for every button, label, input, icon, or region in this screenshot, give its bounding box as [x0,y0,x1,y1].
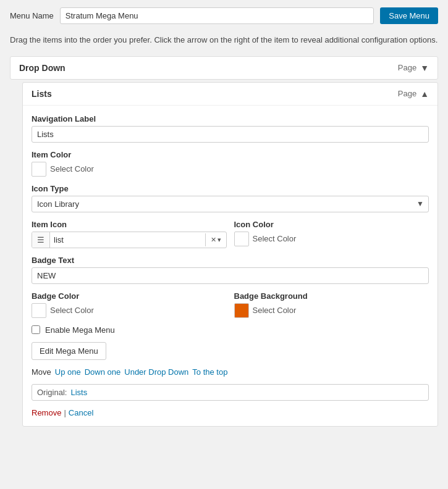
remove-link[interactable]: Remove [32,408,61,417]
icon-color-button[interactable]: Select Color [234,232,429,246]
move-up-one-link[interactable]: Up one [55,367,81,377]
original-link[interactable]: Lists [70,388,87,397]
icon-color-select-label: Select Color [253,234,297,243]
move-under-dropdown-link[interactable]: Under Drop Down [124,367,188,377]
lists-item-header[interactable]: Lists Page ▲ [23,83,437,106]
item-icon-clear-button[interactable]: ✕ ▾ [205,233,226,246]
menu-name-label: Menu Name [10,11,54,20]
badge-color-row: Badge Color Select Color Badge Backgroun… [32,291,429,318]
action-separator: | [64,408,66,417]
dropdown-item-bar[interactable]: Drop Down Page ▼ [10,56,438,80]
item-icon-label: Item Icon [32,220,227,229]
icon-type-label: Icon Type [32,184,429,193]
badge-bg-select-label: Select Color [253,306,297,315]
badge-bg-group: Badge Background Select Color [234,291,429,318]
dropdown-right: Page ▼ [398,63,429,73]
badge-bg-label: Badge Background [234,291,429,301]
lists-title: Lists [32,89,52,99]
icon-color-group: Icon Color Select Color [234,220,429,248]
dropdown-arrow-icon[interactable]: ▼ [420,63,429,73]
edit-mega-menu-button[interactable]: Edit Mega Menu [32,342,106,360]
badge-color-label: Badge Color [32,291,227,301]
original-row: Original: Lists [32,384,429,401]
move-label: Move [32,367,51,377]
dropdown-title: Drop Down [19,63,66,73]
item-icon-input[interactable] [50,232,205,248]
item-color-label: Item Color [32,150,429,159]
lists-right: Page ▲ [398,89,429,99]
lists-page-label: Page [398,89,416,98]
lists-form: Navigation Label Item Color Select Color… [23,106,437,426]
lists-item-expanded: Lists Page ▲ Navigation Label Item Color [22,82,438,427]
icon-color-label: Icon Color [234,220,429,229]
edit-mega-menu-wrapper: Edit Mega Menu [32,342,429,360]
enable-mega-menu-row: Enable Mega Menu [32,325,429,335]
badge-bg-button[interactable]: Select Color [234,303,429,318]
badge-text-input[interactable] [32,267,429,284]
item-color-button[interactable]: Select Color [32,162,429,177]
cancel-link[interactable]: Cancel [69,408,93,417]
move-down-one-link[interactable]: Down one [85,367,121,377]
item-color-group: Item Color Select Color [32,150,429,177]
nav-label-group: Navigation Label [32,114,429,143]
icon-type-select[interactable]: Icon Library Custom Image None [32,196,429,212]
move-row: Move Up one Down one Under Drop Down To … [32,367,429,377]
badge-color-swatch [32,303,46,318]
nav-label-input[interactable] [32,126,429,143]
clear-x-icon: ✕ [211,236,216,244]
dropdown-page-label: Page [398,63,416,72]
page-wrapper: Menu Name Save Menu Drag the items into … [0,0,448,434]
item-color-select-label: Select Color [50,164,94,173]
icon-row: Item Icon ☰ ✕ ▾ Icon Color [32,220,429,248]
badge-text-group: Badge Text [32,256,429,284]
clear-dropdown-icon: ▾ [218,236,221,244]
original-label: Original: [37,388,67,397]
item-color-swatch [32,162,46,177]
badge-color-group: Badge Color Select Color [32,291,227,318]
save-menu-button[interactable]: Save Menu [380,7,438,24]
lists-arrow-icon[interactable]: ▲ [420,89,429,99]
action-row: Remove | Cancel [32,408,429,417]
list-icon: ☰ [32,232,50,248]
icon-color-swatch [234,232,249,246]
description-text: Drag the items into the order you prefer… [10,34,438,46]
badge-text-label: Badge Text [32,256,429,265]
icon-type-group: Icon Type Icon Library Custom Image None… [32,184,429,212]
item-icon-group: Item Icon ☰ ✕ ▾ [32,220,227,248]
item-icon-input-wrapper: ☰ ✕ ▾ [32,232,227,248]
badge-bg-swatch [234,303,249,318]
menu-name-input[interactable] [60,7,374,24]
header-row: Menu Name Save Menu [10,7,438,24]
badge-color-button[interactable]: Select Color [32,303,227,318]
enable-mega-menu-label: Enable Mega Menu [45,325,115,335]
nav-label-label: Navigation Label [32,114,429,123]
menu-items-container: Drop Down Page ▼ Lists Page ▲ Navigation… [10,56,438,427]
badge-color-select-label: Select Color [50,306,94,315]
enable-mega-menu-checkbox[interactable] [32,325,40,334]
move-to-top-link[interactable]: To the top [192,367,227,377]
icon-type-select-wrapper: Icon Library Custom Image None ▼ [32,196,429,212]
